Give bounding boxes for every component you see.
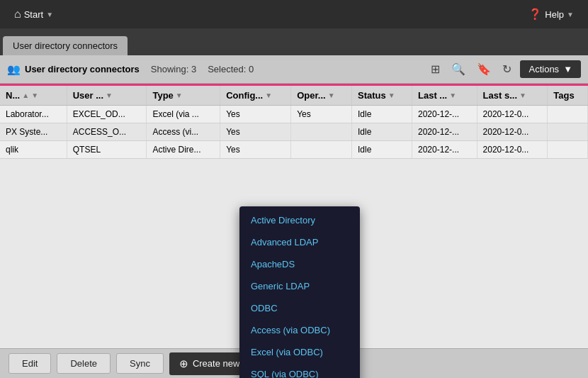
- cell-lasts: 2020-12-0...: [477, 123, 548, 141]
- dropdown-item-0[interactable]: Active Directory: [239, 209, 360, 231]
- lasts-filter-icon: ▼: [519, 91, 526, 99]
- col-user[interactable]: User ... ▼: [67, 86, 147, 106]
- col-lasts[interactable]: Last s... ▼: [477, 86, 548, 106]
- search-button[interactable]: 🔍: [448, 61, 468, 77]
- plus-icon: ⊕: [179, 357, 188, 370]
- cell-user: EXCEL_OD...: [67, 106, 147, 123]
- cell-status: Idle: [352, 106, 412, 123]
- create-new-label: Create new: [193, 358, 239, 369]
- cell-tags: [548, 123, 588, 141]
- edit-button[interactable]: Edit: [9, 353, 51, 374]
- cell-name: qlik: [0, 141, 67, 159]
- cell-status: Idle: [352, 141, 412, 159]
- cell-oper: [291, 141, 352, 159]
- table-row[interactable]: qlikQTSELActive Dire...YesIdle2020-12-..…: [0, 141, 588, 159]
- cell-user: ACCESS_O...: [67, 123, 147, 141]
- start-label: Start: [24, 9, 43, 20]
- name-sort-icon: ▲: [22, 91, 29, 99]
- cell-lasts: 2020-12-0...: [477, 106, 548, 123]
- tab-user-directory-connectors[interactable]: User directory connectors: [3, 36, 128, 55]
- cell-type: Excel (via ...: [147, 106, 220, 123]
- tab-label: User directory connectors: [13, 40, 118, 51]
- last-filter-icon: ▼: [449, 91, 456, 99]
- cell-config: Yes: [220, 141, 291, 159]
- refresh-button[interactable]: ↻: [499, 61, 514, 77]
- cell-last: 2020-12-...: [412, 106, 477, 123]
- col-type[interactable]: Type ▼: [147, 86, 220, 106]
- help-caret: ▼: [567, 11, 574, 18]
- config-filter-icon: ▼: [265, 91, 272, 99]
- help-label: Help: [545, 9, 564, 20]
- cell-config: Yes: [220, 123, 291, 141]
- cell-last: 2020-12-...: [412, 123, 477, 141]
- table-header-row: N... ▲ ▼ User ... ▼ Type: [0, 86, 588, 106]
- type-filter-icon: ▼: [176, 91, 183, 99]
- table-row[interactable]: Laborator...EXCEL_OD...Excel (via ...Yes…: [0, 106, 588, 123]
- start-caret: ▼: [46, 11, 53, 18]
- cell-oper: [291, 123, 352, 141]
- bookmark-button[interactable]: 🔖: [474, 61, 494, 77]
- actions-label: Actions: [528, 64, 559, 74]
- col-oper[interactable]: Oper... ▼: [291, 86, 352, 106]
- connectors-table: N... ▲ ▼ User ... ▼ Type: [0, 86, 588, 159]
- dropdown-item-3[interactable]: Generic LDAP: [239, 275, 360, 297]
- user-filter-icon: ▼: [106, 91, 113, 99]
- main-content: 👥 User directory connectors Showing: 3 S…: [0, 55, 588, 378]
- cell-config: Yes: [220, 106, 291, 123]
- name-filter-icon: ▼: [31, 91, 38, 99]
- toolbar: 👥 User directory connectors Showing: 3 S…: [0, 55, 588, 84]
- cell-type: Active Dire...: [147, 141, 220, 159]
- toolbar-title: User directory connectors: [25, 64, 140, 74]
- dropdown-item-2[interactable]: ApacheDS: [239, 253, 360, 275]
- col-tags[interactable]: Tags: [548, 86, 588, 106]
- dropdown-item-7[interactable]: SQL (via ODBC): [239, 363, 360, 378]
- nav-right: ❓ Help ▼: [523, 5, 579, 23]
- cell-last: 2020-12-...: [412, 141, 477, 159]
- cell-user: QTSEL: [67, 141, 147, 159]
- dropdown-item-6[interactable]: Excel (via ODBC): [239, 341, 360, 363]
- nav-left: ⌂ Start ▼: [9, 5, 59, 23]
- help-button[interactable]: ❓ Help ▼: [523, 5, 579, 23]
- cell-name: PX Syste...: [0, 123, 67, 141]
- cell-status: Idle: [352, 123, 412, 141]
- help-circle-icon: ❓: [528, 8, 542, 21]
- selected-label: Selected: 0: [208, 64, 254, 74]
- grid-view-button[interactable]: ⊞: [428, 61, 443, 77]
- top-nav: ⌂ Start ▼ ❓ Help ▼: [0, 0, 588, 28]
- dropdown-item-1[interactable]: Advanced LDAP: [239, 231, 360, 253]
- dropdown-item-5[interactable]: Access (via ODBC): [239, 319, 360, 341]
- create-new-dropdown: Active DirectoryAdvanced LDAPApacheDSGen…: [239, 206, 360, 378]
- cell-tags: [548, 106, 588, 123]
- oper-filter-icon: ▼: [328, 91, 335, 99]
- cell-type: Access (vi...: [147, 123, 220, 141]
- table-row[interactable]: PX Syste...ACCESS_O...Access (vi...YesId…: [0, 123, 588, 141]
- tab-bar: User directory connectors: [0, 28, 588, 55]
- cell-oper: Yes: [291, 106, 352, 123]
- col-config[interactable]: Config... ▼: [220, 86, 291, 106]
- actions-button[interactable]: Actions ▼: [520, 60, 581, 78]
- status-filter-icon: ▼: [388, 91, 395, 99]
- showing-label: Showing: 3: [151, 64, 196, 74]
- cell-tags: [548, 141, 588, 159]
- col-last[interactable]: Last ... ▼: [412, 86, 477, 106]
- col-name[interactable]: N... ▲ ▼: [0, 86, 67, 106]
- delete-button[interactable]: Delete: [57, 353, 111, 374]
- cell-lasts: 2020-12-0...: [477, 141, 548, 159]
- sync-button[interactable]: Sync: [116, 353, 164, 374]
- start-button[interactable]: ⌂ Start ▼: [9, 5, 59, 23]
- cell-name: Laborator...: [0, 106, 67, 123]
- users-icon: 👥: [7, 63, 21, 76]
- dropdown-item-4[interactable]: ODBC: [239, 297, 360, 319]
- col-status[interactable]: Status ▼: [352, 86, 412, 106]
- toolbar-right: ⊞ 🔍 🔖 ↻ Actions ▼: [428, 60, 581, 78]
- toolbar-title-group: 👥 User directory connectors: [7, 63, 140, 76]
- home-icon: ⌂: [14, 8, 21, 21]
- actions-caret: ▼: [563, 64, 572, 74]
